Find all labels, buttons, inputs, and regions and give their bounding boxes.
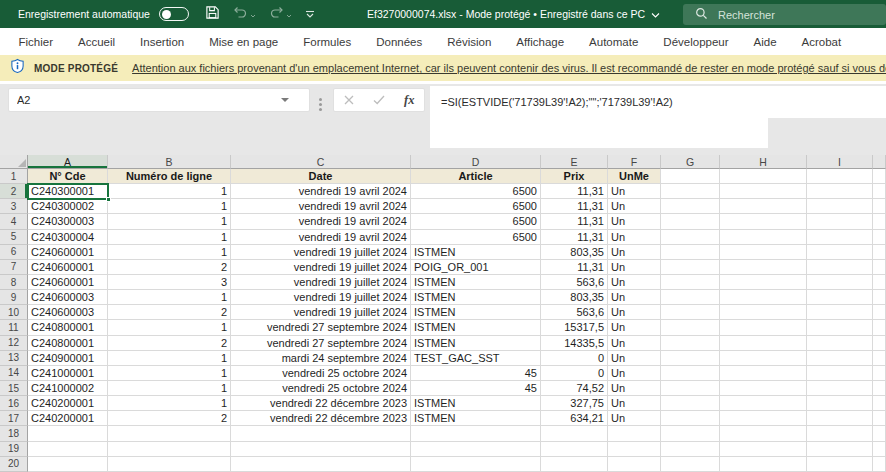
cell-C17[interactable]: vendredi 22 décembre 2023 bbox=[231, 411, 411, 426]
cell-J20[interactable] bbox=[873, 457, 886, 472]
cell-A4[interactable]: C240300003 bbox=[28, 214, 108, 229]
cell-A20[interactable] bbox=[28, 457, 108, 472]
cell-G15[interactable] bbox=[661, 381, 720, 396]
cell-C13[interactable]: mardi 24 septembre 2024 bbox=[231, 351, 411, 366]
cell-A11[interactable]: C240800001 bbox=[28, 320, 108, 335]
search-box[interactable] bbox=[683, 4, 886, 25]
tab-acrobat[interactable]: Acrobat bbox=[789, 28, 854, 55]
cell-J19[interactable] bbox=[873, 442, 886, 457]
cell-E8[interactable]: 563,6 bbox=[541, 275, 608, 290]
cell-F12[interactable]: Un bbox=[608, 336, 661, 351]
row-header-13[interactable]: 13 bbox=[0, 351, 28, 366]
cell-F15[interactable]: Un bbox=[608, 381, 661, 396]
cell-A19[interactable] bbox=[28, 442, 108, 457]
cell-J16[interactable] bbox=[873, 396, 886, 411]
cell-B19[interactable] bbox=[108, 442, 231, 457]
cell-B14[interactable]: 1 bbox=[108, 366, 231, 381]
row-header-4[interactable]: 4 bbox=[0, 214, 28, 229]
cell-B12[interactable]: 2 bbox=[108, 336, 231, 351]
cell-B4[interactable]: 1 bbox=[108, 214, 231, 229]
cell-J2[interactable] bbox=[873, 184, 886, 199]
row-header-8[interactable]: 8 bbox=[0, 275, 28, 290]
column-header-F[interactable]: F bbox=[608, 155, 661, 169]
cell-E14[interactable]: 0 bbox=[541, 366, 608, 381]
cell-F16[interactable]: Un bbox=[608, 396, 661, 411]
cell-E3[interactable]: 11,31 bbox=[541, 199, 608, 214]
cell-C4[interactable]: vendredi 19 avril 2024 bbox=[231, 214, 411, 229]
cell-I2[interactable] bbox=[807, 184, 873, 199]
cell-H10[interactable] bbox=[720, 305, 807, 320]
cell-F13[interactable]: Un bbox=[608, 351, 661, 366]
cell-J8[interactable] bbox=[873, 275, 886, 290]
cell-H13[interactable] bbox=[720, 351, 807, 366]
cell-A18[interactable] bbox=[28, 426, 108, 441]
cell-G5[interactable] bbox=[661, 230, 720, 245]
cell-C14[interactable]: vendredi 25 octobre 2024 bbox=[231, 366, 411, 381]
cell-F14[interactable]: Un bbox=[608, 366, 661, 381]
cell-G17[interactable] bbox=[661, 411, 720, 426]
cell-A6[interactable]: C240600001 bbox=[28, 245, 108, 260]
column-header-D[interactable]: D bbox=[411, 155, 541, 169]
undo-icon[interactable] bbox=[233, 5, 248, 23]
cell-J4[interactable] bbox=[873, 214, 886, 229]
cell-A5[interactable]: C240300004 bbox=[28, 230, 108, 245]
cell-F3[interactable]: Un bbox=[608, 199, 661, 214]
cell-I11[interactable] bbox=[807, 320, 873, 335]
cell-B1[interactable]: Numéro de ligne bbox=[108, 169, 231, 184]
tab-automate[interactable]: Automate bbox=[577, 28, 651, 55]
row-header-20[interactable]: 20 bbox=[0, 457, 28, 472]
cell-E5[interactable]: 11,31 bbox=[541, 230, 608, 245]
cell-E7[interactable]: 11,31 bbox=[541, 260, 608, 275]
column-header-I[interactable]: I bbox=[807, 155, 873, 169]
cell-B16[interactable]: 1 bbox=[108, 396, 231, 411]
cell-B15[interactable]: 1 bbox=[108, 381, 231, 396]
cell-D18[interactable] bbox=[411, 426, 541, 441]
cell-C11[interactable]: vendredi 27 septembre 2024 bbox=[231, 320, 411, 335]
redo-dropdown-icon[interactable] bbox=[286, 5, 292, 23]
cell-A15[interactable]: C241000002 bbox=[28, 381, 108, 396]
row-header-3[interactable]: 3 bbox=[0, 199, 28, 214]
cell-J7[interactable] bbox=[873, 260, 886, 275]
cell-A2[interactable]: C240300001 bbox=[28, 184, 108, 199]
cell-I3[interactable] bbox=[807, 199, 873, 214]
cell-D13[interactable]: TEST_GAC_SST bbox=[411, 351, 541, 366]
cell-H19[interactable] bbox=[720, 442, 807, 457]
cell-H18[interactable] bbox=[720, 426, 807, 441]
cell-D15[interactable]: 45 bbox=[411, 381, 541, 396]
cell-D9[interactable]: ISTMEN bbox=[411, 290, 541, 305]
cell-B5[interactable]: 1 bbox=[108, 230, 231, 245]
cell-I4[interactable] bbox=[807, 214, 873, 229]
cell-C16[interactable]: vendredi 22 décembre 2023 bbox=[231, 396, 411, 411]
cell-C15[interactable]: vendredi 25 octobre 2024 bbox=[231, 381, 411, 396]
column-header-G[interactable]: G bbox=[661, 155, 720, 169]
row-header-1[interactable]: 1 bbox=[0, 169, 28, 184]
cell-H20[interactable] bbox=[720, 457, 807, 472]
cell-I9[interactable] bbox=[807, 290, 873, 305]
tab-données[interactable]: Données bbox=[364, 28, 435, 55]
cell-G3[interactable] bbox=[661, 199, 720, 214]
row-header-19[interactable]: 19 bbox=[0, 442, 28, 457]
cell-D10[interactable]: ISTMEN bbox=[411, 305, 541, 320]
cell-D11[interactable]: ISTMEN bbox=[411, 320, 541, 335]
cell-G4[interactable] bbox=[661, 214, 720, 229]
search-input[interactable] bbox=[718, 9, 848, 21]
cell-C5[interactable]: vendredi 19 avril 2024 bbox=[231, 230, 411, 245]
cell-D5[interactable]: 6500 bbox=[411, 230, 541, 245]
cell-I18[interactable] bbox=[807, 426, 873, 441]
cell-A1[interactable]: N° Cde bbox=[28, 169, 108, 184]
row-header-11[interactable]: 11 bbox=[0, 320, 28, 335]
confirm-entry-icon[interactable] bbox=[373, 91, 385, 109]
cell-E20[interactable] bbox=[541, 457, 608, 472]
cell-G13[interactable] bbox=[661, 351, 720, 366]
formula-input[interactable]: =SI(ESTVIDE('71739L39'!A2);"";'71739L39'… bbox=[430, 86, 886, 118]
cell-I8[interactable] bbox=[807, 275, 873, 290]
row-header-5[interactable]: 5 bbox=[0, 230, 28, 245]
cell-G7[interactable] bbox=[661, 260, 720, 275]
cell-F18[interactable] bbox=[608, 426, 661, 441]
cell-G6[interactable] bbox=[661, 245, 720, 260]
cell-D7[interactable]: POIG_OR_001 bbox=[411, 260, 541, 275]
cell-E9[interactable]: 803,35 bbox=[541, 290, 608, 305]
cell-I1[interactable] bbox=[807, 169, 873, 184]
cell-A7[interactable]: C240600001 bbox=[28, 260, 108, 275]
cell-D8[interactable]: ISTMEN bbox=[411, 275, 541, 290]
